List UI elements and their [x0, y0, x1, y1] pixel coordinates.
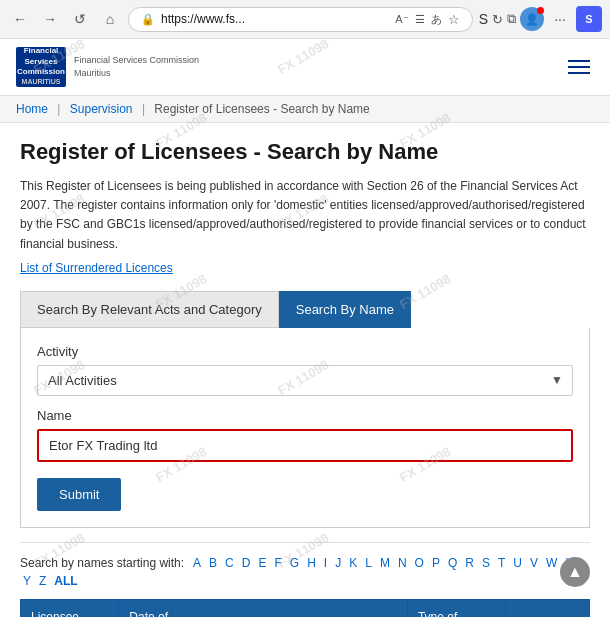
alpha-l[interactable]: L [362, 555, 375, 571]
refresh-icon[interactable]: ↻ [492, 12, 503, 27]
alpha-c[interactable]: C [222, 555, 237, 571]
alpha-k[interactable]: K [346, 555, 360, 571]
notification-dot [537, 7, 544, 14]
alpha-a[interactable]: A [190, 555, 204, 571]
col-annotations: Annotations [505, 599, 589, 617]
alpha-s[interactable]: S [479, 555, 493, 571]
hamburger-line [568, 60, 590, 62]
logo-text: Financial Services Commission MAURITIUS [17, 46, 65, 88]
browser-actions: S ↻ ⧉ 👤 ··· S [479, 6, 602, 32]
alpha-z[interactable]: Z [36, 573, 49, 589]
alpha-g[interactable]: G [287, 555, 302, 571]
breadcrumb: Home | Supervision | Register of License… [0, 96, 610, 123]
s-icon: S [479, 11, 488, 27]
alpha-q[interactable]: Q [445, 555, 460, 571]
form-area: Activity All Activities ▼ Name Submit [20, 328, 590, 528]
translate-icon: あ [431, 12, 442, 27]
alpha-w[interactable]: W [543, 555, 560, 571]
alpha-y[interactable]: Y [20, 573, 34, 589]
alpha-j[interactable]: J [332, 555, 344, 571]
alpha-search: Search by names starting with: A B C D E… [20, 542, 590, 589]
alpha-search-label: Search by names starting with: [20, 556, 184, 570]
submit-button[interactable]: Submit [37, 478, 121, 511]
reader-mode-icon: ☰ [415, 13, 425, 26]
split-view-icon[interactable]: ⧉ [507, 11, 516, 27]
name-input[interactable] [37, 429, 573, 462]
breadcrumb-supervision[interactable]: Supervision [70, 102, 133, 116]
alpha-n[interactable]: N [395, 555, 410, 571]
main-content: Register of Licensees - Search by Name T… [0, 123, 610, 617]
alpha-m[interactable]: M [377, 555, 393, 571]
extension-button[interactable]: S [576, 6, 602, 32]
alpha-h[interactable]: H [304, 555, 319, 571]
profile-button[interactable]: 👤 [520, 7, 544, 31]
results-table: Licensee Name Date of Licence/Approval/A… [20, 599, 590, 617]
alpha-p[interactable]: P [429, 555, 443, 571]
alpha-t[interactable]: T [495, 555, 508, 571]
forward-button[interactable]: → [38, 7, 62, 31]
site-header: Financial Services Commission MAURITIUS … [0, 39, 610, 96]
back-button[interactable]: ← [8, 7, 32, 31]
browser-chrome: ← → ↺ ⌂ 🔒 https://www.fs... A⁻ ☰ あ ☆ S ↻… [0, 0, 610, 39]
alpha-d[interactable]: D [239, 555, 254, 571]
hamburger-line [568, 66, 590, 68]
bookmark-icon[interactable]: ☆ [448, 12, 460, 27]
alpha-u[interactable]: U [510, 555, 525, 571]
page-title: Register of Licensees - Search by Name [20, 139, 590, 165]
lock-icon: 🔒 [141, 13, 155, 26]
activity-select-wrapper: All Activities ▼ [37, 365, 573, 396]
menu-button[interactable] [564, 56, 594, 78]
alpha-r[interactable]: R [462, 555, 477, 571]
read-icon: A⁻ [395, 13, 408, 26]
hamburger-line [568, 72, 590, 74]
breadcrumb-sep2: | [142, 102, 145, 116]
surrendered-licences-link[interactable]: List of Surrendered Licences [20, 261, 173, 275]
more-button[interactable]: ··· [548, 7, 572, 31]
logo-area: Financial Services Commission MAURITIUS … [16, 47, 199, 87]
profile-avatar: 👤 [525, 13, 539, 26]
activity-group: Activity All Activities ▼ [37, 344, 573, 396]
alpha-b[interactable]: B [206, 555, 220, 571]
activity-select[interactable]: All Activities [37, 365, 573, 396]
scroll-top-button[interactable]: ▲ [560, 557, 590, 587]
breadcrumb-home[interactable]: Home [16, 102, 48, 116]
tab-relevant-acts[interactable]: Search By Relevant Acts and Category [20, 291, 279, 328]
alpha-v[interactable]: V [527, 555, 541, 571]
home-button[interactable]: ⌂ [98, 7, 122, 31]
breadcrumb-current: Register of Licensees - Search by Name [154, 102, 369, 116]
tab-by-name[interactable]: Search By Name [279, 291, 411, 328]
table-header: Licensee Name Date of Licence/Approval/A… [21, 599, 590, 617]
alpha-e[interactable]: E [255, 555, 269, 571]
tab-bar: Search By Relevant Acts and Category Sea… [20, 291, 590, 328]
page-description: This Register of Licensees is being publ… [20, 177, 590, 254]
logo-box: Financial Services Commission MAURITIUS [16, 47, 66, 87]
alpha-o[interactable]: O [412, 555, 427, 571]
ext-label: S [585, 13, 592, 25]
col-type-of-license: Type of License [407, 599, 505, 617]
name-label: Name [37, 408, 573, 423]
col-date-of-licence: Date of Licence/Approval/Authorisation/R… [119, 599, 408, 617]
alpha-all[interactable]: ALL [51, 573, 80, 589]
activity-label: Activity [37, 344, 573, 359]
alpha-f[interactable]: F [271, 555, 284, 571]
breadcrumb-sep: | [57, 102, 60, 116]
col-licensee-name: Licensee Name [21, 599, 119, 617]
address-text: https://www.fs... [161, 12, 389, 26]
org-name: Financial Services Commission Mauritius [74, 54, 199, 79]
reload-button[interactable]: ↺ [68, 7, 92, 31]
address-bar[interactable]: 🔒 https://www.fs... A⁻ ☰ あ ☆ [128, 7, 473, 32]
name-group: Name [37, 408, 573, 462]
alpha-i[interactable]: I [321, 555, 330, 571]
